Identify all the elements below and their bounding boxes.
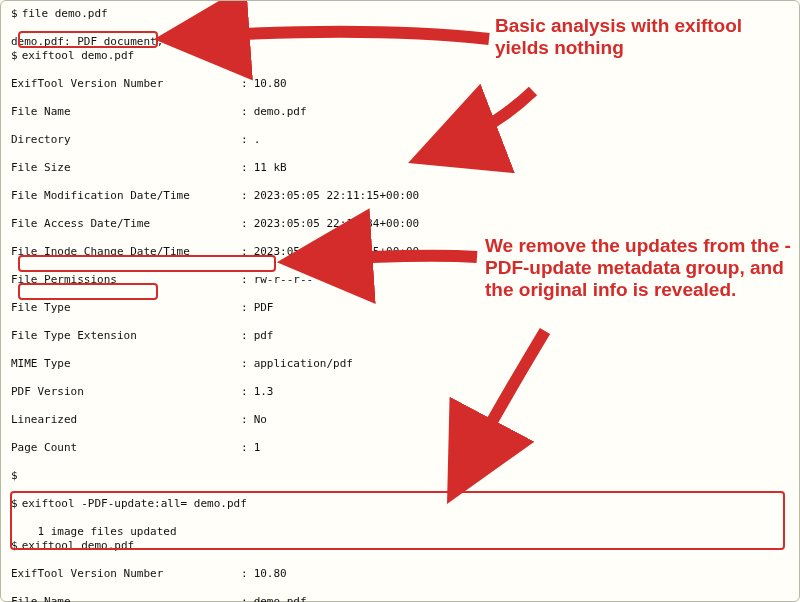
exif-field: File Name:demo.pdf (11, 105, 789, 119)
field-val: PDF (254, 301, 274, 315)
file-output: demo.pdf: PDF document, version 1.3 (11, 35, 243, 48)
exif-field: File Modification Date/Time:2023:05:05 2… (11, 189, 789, 203)
field-key: ExifTool Version Number (11, 77, 241, 91)
field-key: Directory (11, 133, 241, 147)
cmd-exiftool-2: exiftool demo.pdf (22, 539, 135, 553)
cmd-file: file demo.pdf (22, 7, 108, 21)
field-key: File Access Date/Time (11, 217, 241, 231)
shell-prompt: $ (11, 539, 22, 553)
exif-field: File Name:demo.pdf (11, 595, 789, 602)
field-key: PDF Version (11, 385, 241, 399)
field-val: . (254, 133, 261, 147)
field-key: File Permissions (11, 273, 241, 287)
exif-field: Linearized:No (11, 413, 789, 427)
field-sep: : (241, 441, 254, 455)
exif-field: ExifTool Version Number:10.80 (11, 77, 789, 91)
field-key: File Type (11, 301, 241, 315)
field-sep: : (241, 567, 254, 581)
field-key: ExifTool Version Number (11, 567, 241, 581)
exif-field: File Type Extension:pdf (11, 329, 789, 343)
flush-output: 1 image files updated (11, 525, 177, 538)
exif-field: Page Count:1 (11, 441, 789, 455)
field-val: 10.80 (254, 77, 287, 91)
shell-prompt: $ (11, 49, 22, 63)
field-key: File Size (11, 161, 241, 175)
field-key: MIME Type (11, 357, 241, 371)
exif-field: Directory:. (11, 133, 789, 147)
field-val: demo.pdf (254, 105, 307, 119)
field-key: File Name (11, 105, 241, 119)
field-val: demo.pdf (254, 595, 307, 602)
field-sep: : (241, 413, 254, 427)
field-val: 1 (254, 441, 261, 455)
field-sep: : (241, 245, 254, 259)
field-sep: : (241, 217, 254, 231)
terminal-screenshot: $file demo.pdf demo.pdf: PDF document, v… (0, 0, 800, 602)
field-key: Page Count (11, 441, 241, 455)
field-sep: : (241, 385, 254, 399)
shell-prompt: $ (11, 497, 22, 511)
exif-field: ExifTool Version Number:10.80 (11, 567, 789, 581)
cmd-exiftool-flush: exiftool -PDF-update:all= demo.pdf (22, 497, 247, 511)
field-val: application/pdf (254, 357, 353, 371)
shell-prompt: $ (11, 7, 22, 21)
field-sep: : (241, 301, 254, 315)
field-key: File Name (11, 595, 241, 602)
exif-field: File Size:11 kB (11, 161, 789, 175)
field-sep: : (241, 357, 254, 371)
field-val: rw-r--r-- (254, 273, 314, 287)
field-val: pdf (254, 329, 274, 343)
terminal-output: $file demo.pdf demo.pdf: PDF document, v… (11, 7, 789, 602)
field-sep: : (241, 161, 254, 175)
exif-field: File Type:PDF (11, 301, 789, 315)
field-sep: : (241, 189, 254, 203)
field-key: File Type Extension (11, 329, 241, 343)
field-key: File Modification Date/Time (11, 189, 241, 203)
field-sep: : (241, 329, 254, 343)
field-sep: : (241, 77, 254, 91)
field-val: 10.80 (254, 567, 287, 581)
field-key: Linearized (11, 413, 241, 427)
exif-field: PDF Version:1.3 (11, 385, 789, 399)
field-val: 2023:05:05 22:11:34+00:00 (254, 217, 420, 231)
field-sep: : (241, 133, 254, 147)
annotation-mid: We remove the updates from the -PDF-upda… (485, 235, 799, 301)
annotation-top: Basic analysis with exiftool yields noth… (495, 15, 799, 59)
field-sep: : (241, 595, 254, 602)
exif-field: MIME Type:application/pdf (11, 357, 789, 371)
field-val: 2023:05:05 22:11:15+00:00 (254, 189, 420, 203)
cmd-exiftool-1: exiftool demo.pdf (22, 49, 135, 63)
shell-prompt: $ (11, 469, 22, 483)
exif-field: File Access Date/Time:2023:05:05 22:11:3… (11, 217, 789, 231)
field-sep: : (241, 105, 254, 119)
field-val: 1.3 (254, 385, 274, 399)
field-sep: : (241, 273, 254, 287)
field-val: No (254, 413, 267, 427)
field-key: File Inode Change Date/Time (11, 245, 241, 259)
field-val: 2023:05:05 22:11:15+00:00 (254, 245, 420, 259)
field-val: 11 kB (254, 161, 287, 175)
